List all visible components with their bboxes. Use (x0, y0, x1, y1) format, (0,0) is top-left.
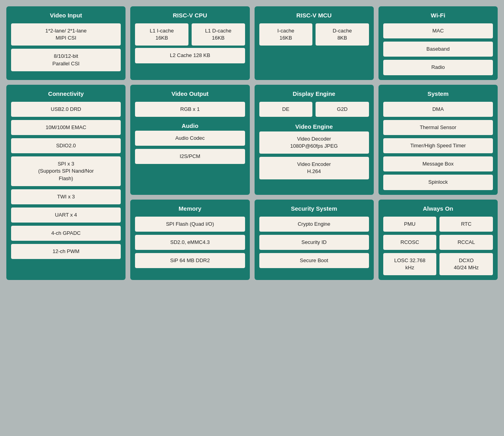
card-ddr2: SiP 64 MB DDR2 (135, 253, 245, 268)
card-rtc: RTC (439, 217, 493, 232)
system-title: System (383, 90, 493, 97)
card-uart: UART x 4 (11, 208, 121, 223)
wifi-title: Wi-Fi (383, 12, 493, 19)
cache-grid: L1 I-cache16KB L1 D-cache16KB L2 Cache 1… (135, 23, 245, 63)
card-usb: USB2.0 DRD (11, 102, 121, 117)
card-pwm: 12-ch PWM (11, 244, 121, 259)
card-timer: Timer/High Speed Timer (383, 138, 493, 153)
block-display-video: Display Engine DE G2D Video Engine Video… (255, 85, 374, 195)
card-emac: 10M/100M EMAC (11, 120, 121, 135)
card-thermal-sensor: Thermal Sensor (383, 120, 493, 135)
card-l2: L2 Cache 128 KB (135, 48, 245, 63)
audio-sub-section: Audio Audio Codec I2S/PCM (135, 122, 245, 164)
card-sd-emmc: SD2.0, eMMC4.3 (135, 235, 245, 250)
card-radio: Radio (383, 60, 493, 75)
block-security: Security System Crypto Engine Security I… (255, 200, 374, 280)
card-l1d: L1 D-cache16KB (192, 23, 245, 46)
security-title: Security System (259, 205, 369, 212)
card-message-box: Message Box (383, 156, 493, 171)
card-video-decoder: Video Decoder1080P@60fps JPEG (259, 131, 369, 154)
card-gpadc: 4-ch GPADC (11, 226, 121, 241)
card-dcache: D-cache8KB (316, 23, 369, 46)
card-audio-codec: Audio Codec (135, 131, 245, 146)
block-system: System DMA Thermal Sensor Timer/High Spe… (378, 85, 498, 195)
card-dma: DMA (383, 102, 493, 117)
rcosc-rccal-row: RCOSC RCCAL (383, 235, 493, 250)
block-risc-mcu: RISC-V MCU I-cache16KB D-cache8KB (255, 6, 374, 80)
card-secure-boot: Secure Boot (259, 253, 369, 268)
card-spi-flash: SPI Flash (Quad I/O) (135, 217, 245, 232)
card-security-id: Security ID (259, 235, 369, 250)
block-wifi: Wi-Fi MAC Baseband Radio (378, 6, 498, 80)
memory-title: Memory (135, 205, 245, 212)
risc-cpu-title: RISC-V CPU (135, 12, 245, 19)
card-spi: SPI x 3(Supports SPI Nand/NorFlash) (11, 156, 121, 186)
card-spinlock: Spinlock (383, 175, 493, 190)
video-input-title: Video Input (11, 12, 121, 19)
card-dcxo: DCXO40/24 MHz (439, 253, 493, 275)
card-rccal: RCCAL (439, 235, 493, 250)
pmu-rtc-row: PMU RTC (383, 217, 493, 232)
block-connectivity: Connectivity USB2.0 DRD 10M/100M EMAC SD… (6, 85, 126, 280)
always-on-title: Always On (383, 205, 493, 212)
card-mac: MAC (383, 23, 493, 38)
card-losc: LOSC 32.768kHz (383, 253, 437, 275)
block-memory: Memory SPI Flash (Quad I/O) SD2.0, eMMC4… (130, 200, 249, 280)
card-pmu: PMU (383, 217, 437, 232)
losc-dcxo-row: LOSC 32.768kHz DCXO40/24 MHz (383, 253, 493, 275)
card-i2s-pcm: I2S/PCM (135, 149, 245, 164)
mcu-cache-row: I-cache16KB D-cache8KB (259, 23, 369, 46)
block-always-on: Always On PMU RTC RCOSC RCCAL LOSC 32.76… (378, 200, 498, 280)
card-baseband: Baseband (383, 42, 493, 57)
audio-title: Audio (135, 122, 245, 129)
card-icache: I-cache16KB (259, 23, 313, 46)
video-engine-cards: Video Decoder1080P@60fps JPEG Video Enco… (259, 131, 369, 179)
display-engine-title: Display Engine (259, 90, 369, 97)
de-g2d-row: DE G2D (259, 102, 369, 117)
block-risc-cpu: RISC-V CPU L1 I-cache16KB L1 D-cache16KB… (130, 6, 249, 80)
video-engine-section: Video Engine Video Decoder1080P@60fps JP… (259, 123, 369, 179)
l1-cache-row: L1 I-cache16KB L1 D-cache16KB (135, 23, 245, 46)
card-g2d: G2D (316, 102, 369, 117)
video-engine-title: Video Engine (259, 123, 369, 130)
card-crypto: Crypto Engine (259, 217, 369, 232)
video-output-title: Video Output (135, 90, 245, 97)
card-sdio: SDIO2.0 (11, 138, 121, 153)
card-de: DE (259, 102, 313, 117)
card-l1i: L1 I-cache16KB (135, 23, 188, 46)
risc-mcu-title: RISC-V MCU (259, 12, 369, 19)
card-twi: TWI x 3 (11, 189, 121, 204)
block-video-input: Video Input 1*2-lane/ 2*1-laneMIPI CSI 8… (6, 6, 126, 80)
main-grid: Video Input 1*2-lane/ 2*1-laneMIPI CSI 8… (6, 6, 498, 280)
card-mipi-csi: 1*2-lane/ 2*1-laneMIPI CSI (11, 23, 121, 46)
card-parallel-csi: 8/10/12-bitParallel CSI (11, 49, 121, 71)
card-video-encoder: Video EncoderH.264 (259, 157, 369, 179)
connectivity-title: Connectivity (11, 90, 121, 97)
card-rcosc: RCOSC (383, 235, 437, 250)
card-rgb: RGB x 1 (135, 102, 245, 117)
block-video-output: Video Output RGB x 1 Audio Audio Codec I… (130, 85, 249, 195)
